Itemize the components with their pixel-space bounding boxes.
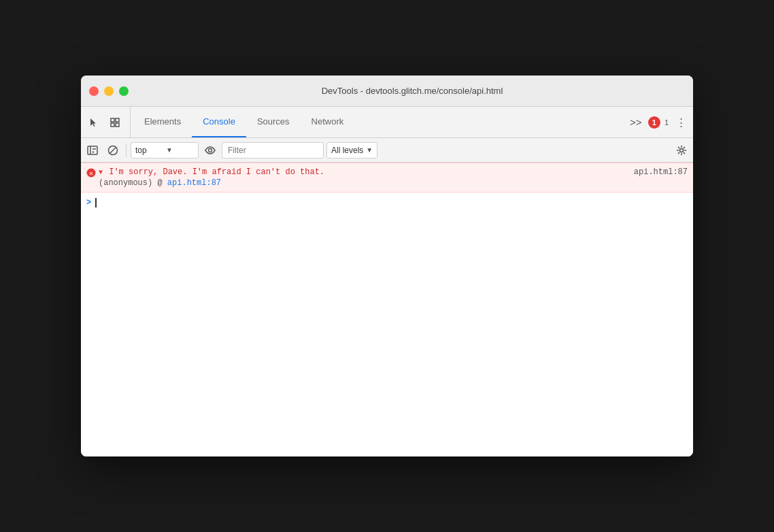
tab-elements[interactable]: Elements — [133, 107, 192, 137]
context-selector[interactable]: top ▼ — [131, 142, 199, 159]
clear-console-button[interactable] — [104, 142, 122, 159]
error-count-label: 1 — [664, 118, 669, 127]
svg-line-9 — [110, 148, 116, 153]
console-cursor — [95, 198, 97, 207]
log-level-selector[interactable]: All levels ▼ — [326, 142, 377, 159]
svg-rect-2 — [111, 123, 114, 127]
svg-rect-3 — [116, 123, 119, 127]
eye-icon[interactable] — [201, 142, 219, 159]
console-error-row: ✕ ▼ I'm sorry, Dave. I'm afraid I can't … — [81, 163, 693, 193]
settings-button[interactable] — [673, 142, 690, 159]
level-arrow-icon: ▼ — [366, 146, 373, 154]
tab-bar: Elements Console Sources Network >> 1 1 … — [81, 107, 693, 138]
svg-rect-4 — [88, 146, 97, 154]
error-main-line: ▼ I'm sorry, Dave. I'm afraid I can't do… — [99, 167, 688, 177]
more-tabs-button[interactable]: >> — [626, 113, 645, 132]
svg-point-10 — [209, 148, 212, 152]
console-input-row[interactable]: > — [81, 193, 693, 213]
cursor-icon[interactable] — [84, 113, 103, 132]
layers-icon[interactable] — [105, 113, 124, 132]
sidebar-toggle-button[interactable] — [84, 142, 101, 159]
devtools-window: DevTools - devtools.glitch.me/console/ap… — [81, 76, 693, 456]
svg-marker-7 — [92, 151, 95, 153]
error-circle-icon: ✕ — [86, 168, 96, 180]
console-area[interactable]: ✕ ▼ I'm sorry, Dave. I'm afraid I can't … — [81, 163, 693, 456]
context-arrow-icon: ▼ — [166, 146, 194, 154]
tab-bar-right: >> 1 1 ⋮ — [624, 107, 690, 137]
error-expand-triangle[interactable]: ▼ — [99, 169, 103, 176]
toolbar-divider-1 — [126, 144, 127, 157]
close-button[interactable] — [89, 86, 99, 96]
svg-rect-1 — [116, 118, 119, 122]
tabs-list: Elements Console Sources Network — [133, 107, 624, 137]
error-trace-link[interactable]: api.html:87 — [167, 178, 221, 188]
tab-sources[interactable]: Sources — [246, 107, 301, 137]
error-message-line: ▼ I'm sorry, Dave. I'm afraid I can't do… — [99, 167, 324, 177]
tab-console[interactable]: Console — [192, 107, 246, 137]
window-title: DevTools - devtools.glitch.me/console/ap… — [139, 86, 685, 96]
error-badge: 1 — [648, 116, 660, 129]
tab-network[interactable]: Network — [301, 107, 355, 137]
error-content: ▼ I'm sorry, Dave. I'm afraid I can't do… — [99, 167, 688, 188]
window-controls — [89, 86, 129, 96]
svg-point-11 — [680, 148, 684, 152]
minimize-button[interactable] — [104, 86, 114, 96]
console-toolbar: top ▼ All levels ▼ — [81, 138, 693, 163]
svg-rect-0 — [111, 118, 114, 122]
devtools-menu-button[interactable]: ⋮ — [671, 113, 690, 132]
tab-bar-left-icons — [84, 107, 131, 137]
title-bar: DevTools - devtools.glitch.me/console/ap… — [81, 76, 693, 107]
console-prompt: > — [86, 198, 91, 207]
filter-input[interactable] — [222, 142, 324, 159]
svg-text:✕: ✕ — [89, 170, 93, 178]
error-stack-trace: (anonymous) @ api.html:87 — [99, 178, 688, 188]
maximize-button[interactable] — [119, 86, 129, 96]
error-message-text: I'm sorry, Dave. I'm afraid I can't do t… — [109, 167, 324, 177]
error-badge-group: 1 1 — [648, 116, 669, 129]
error-source-link[interactable]: api.html:87 — [634, 167, 688, 177]
